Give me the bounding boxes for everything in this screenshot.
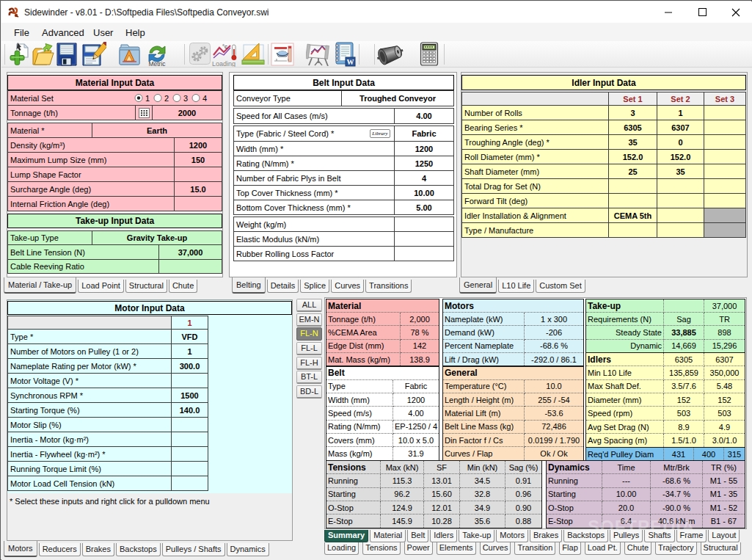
svg-text:2: 2 — [164, 94, 169, 103]
svg-text:Metric: Metric — [148, 60, 166, 67]
svg-text:Loading: Loading — [212, 60, 236, 68]
svg-text:°c: °c — [222, 43, 227, 50]
svg-text:3: 3 — [183, 94, 188, 103]
svg-text:1: 1 — [145, 94, 150, 103]
svg-text:W: W — [347, 58, 354, 66]
svg-text:4: 4 — [202, 94, 207, 103]
